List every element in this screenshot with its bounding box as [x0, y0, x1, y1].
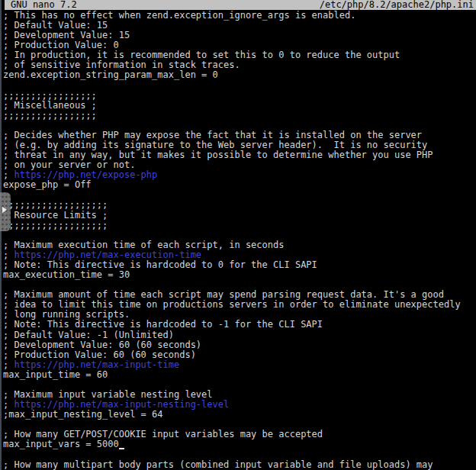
editor-line — [3, 121, 476, 130]
editor-line: ; of sensitive information in stack trac… — [3, 60, 476, 70]
editor-line: ; idea to limit this time on productions… — [3, 300, 476, 310]
nano-titlebar: GNU nano 7.2 /etc/php/8.2/apache2/php.in… — [5, 0, 476, 10]
php-doc-link: https://php.net/max-execution-time — [14, 250, 201, 260]
editor-line: ; Production Value: 0 — [3, 40, 476, 50]
editor-line — [3, 280, 476, 290]
vnc-control-bar-handle[interactable] — [0, 192, 11, 231]
editor-line: ;max_input_nesting_level = 64 — [3, 410, 476, 420]
editor-line: ;;;;;;;;;;;;;;;;; — [3, 91, 476, 101]
editor-line — [3, 449, 476, 459]
editor-line: ; Note: This directive is hardcoded to -… — [3, 320, 476, 330]
editor-line: ; Note: This directive is hardcoded to 0… — [3, 260, 476, 270]
editor-line: ; https://php.net/expose-php — [3, 170, 476, 180]
editor-line — [3, 380, 476, 390]
php-doc-link: https://php.net/max-input-nesting-level — [14, 400, 229, 410]
editor-line: ; Development Value: 15 — [3, 31, 476, 40]
editor-line: ; Decides whether PHP may expose the fac… — [3, 130, 476, 140]
editor-line: ; Miscellaneous ; — [3, 101, 476, 111]
editor-line: ; In production, it is recommended to se… — [3, 50, 476, 60]
editor-line: ; Default Value: -1 (Unlimited) — [3, 330, 476, 340]
editor-line — [3, 190, 476, 200]
editor-line: max_input_vars = 5000 — [3, 439, 476, 449]
editor-line: zend.exception_string_param_max_len = 0 — [3, 70, 476, 80]
editor-line: expose_php = Off — [3, 180, 476, 190]
editor-line — [3, 230, 476, 240]
text-cursor — [119, 440, 124, 449]
editor-line: max_input_time = 60 — [3, 370, 476, 380]
editor-line: ;;;;;;;;;;;;;;;;; — [3, 111, 476, 121]
editor-line: ; Maximum input variable nesting level — [3, 390, 476, 400]
editor-line: ; long running scripts. — [3, 310, 476, 320]
right-arrow-icon — [2, 207, 7, 213]
editor-line: ;;;;;;;;;;;;;;;;;;; — [3, 200, 476, 210]
editor-line: ; This has no effect when zend.exception… — [3, 11, 476, 21]
editor-line: max_execution_time = 30 — [3, 270, 476, 280]
editor-line: ; (e.g. by adding its signature to the W… — [3, 140, 476, 150]
editor-line: ; Default Value: 15 — [3, 21, 476, 31]
editor-line: ; https://php.net/max-execution-time — [3, 250, 476, 260]
editor-line — [3, 81, 476, 91]
php-doc-link: https://php.net/max-input-time — [14, 360, 179, 370]
editor-line — [3, 420, 476, 430]
editor-buffer[interactable]: ; This has no effect when zend.exception… — [2, 10, 476, 470]
editor-line: ; threat in any way, but it makes it pos… — [3, 150, 476, 160]
editor-line: ; Resource Limits ; — [3, 211, 476, 221]
terminal-window: GNU nano 7.2 /etc/php/8.2/apache2/php.in… — [0, 0, 476, 470]
edited-file-path: /etc/php/8.2/apache2/php.ini — [320, 0, 476, 10]
php-doc-link: https://php.net/expose-php — [14, 170, 157, 180]
editor-line: ; Production Value: 60 (60 seconds) — [3, 350, 476, 360]
editor-line: ; https://php.net/max-input-nesting-leve… — [3, 400, 476, 410]
editor-line: ;;;;;;;;;;;;;;;;;;; — [3, 221, 476, 230]
editor-line: ; Maximum execution time of each script,… — [3, 240, 476, 250]
editor-line: ; https://php.net/max-input-time — [3, 360, 476, 370]
editor-line: ; Development Value: 60 (60 seconds) — [3, 340, 476, 350]
nano-version-label: GNU nano 7.2 — [5, 0, 77, 10]
editor-line: ; How many GET/POST/COOKIE input variabl… — [3, 430, 476, 439]
editor-line: ; How many multipart body parts (combine… — [3, 460, 476, 470]
editor-line: ; Maximum amount of time each script may… — [3, 290, 476, 300]
editor-line: ; on your server or not. — [3, 160, 476, 170]
